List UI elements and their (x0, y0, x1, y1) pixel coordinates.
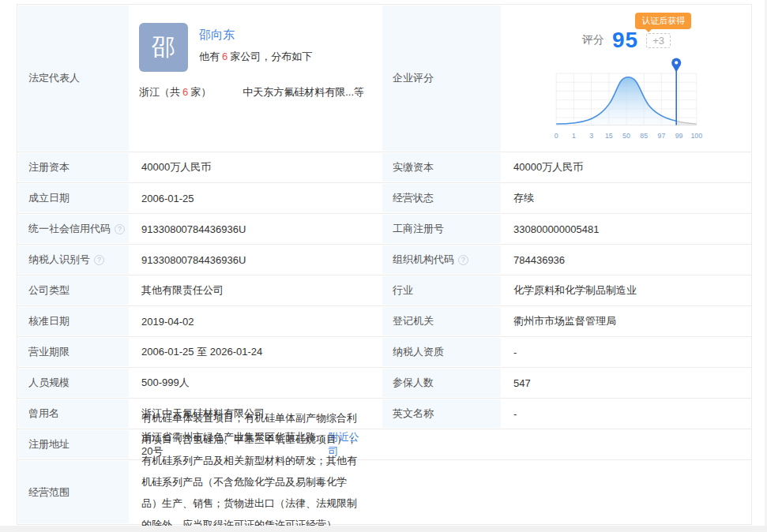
field-label-registered-capital: 注册资本 (17, 152, 130, 182)
field-label-english-name: 英文名称 (382, 399, 502, 429)
legal-representative-avatar[interactable]: 邵 (139, 23, 188, 72)
field-label-unified-social-credit-code: 统一社会信用代码? (17, 214, 130, 244)
field-label-registration-authority: 登记机关 (382, 306, 502, 336)
table-row: 公司类型 其他有限责任公司 行业 化学原料和化学制品制造业 (17, 275, 751, 305)
table-row: 注册资本 40000万人民币 实缴资本 40000万人民币 (17, 152, 751, 182)
field-value-industry: 化学原料和化学制品制造业 (502, 275, 751, 305)
score-marker-pin (671, 58, 681, 125)
score-distribution-chart: 0 1 3 15 50 85 97 99 100 (547, 54, 705, 147)
company-count-number: 6 (222, 51, 227, 62)
field-value-establishment-date: 2006-01-25 (130, 183, 382, 213)
field-label-registered-address: 注册地址 (17, 429, 130, 459)
region-distribution: 浙江（共6家） (139, 85, 211, 99)
field-value-unified-social-credit-code: 91330800784436936U (130, 214, 382, 244)
field-value-business-registration-number: 330800000005481 (502, 214, 751, 244)
table-row: 纳税人识别号? 91330800784436936U 组织机构代码? 78443… (17, 244, 751, 275)
help-icon[interactable]: ? (458, 255, 468, 265)
table-row: 法定代表人 邵 邵向东 他有6家公司，分布如下 浙江（共6家） 中天东方氟硅材料… (17, 5, 751, 152)
field-label-business-registration-number: 工商注册号 (382, 214, 502, 244)
svg-text:99: 99 (675, 132, 683, 140)
field-label-establishment-date: 成立日期 (17, 183, 130, 213)
page-bottom-divider (0, 526, 767, 532)
field-label-taxpayer-id: 纳税人识别号? (17, 245, 130, 275)
field-value-registration-authority: 衢州市市场监督管理局 (502, 306, 751, 336)
field-value-company-type: 其他有限责任公司 (130, 275, 382, 305)
svg-text:50: 50 (622, 132, 630, 140)
field-value-operating-status: 存续 (502, 183, 751, 213)
svg-text:100: 100 (690, 132, 702, 140)
field-value-english-name: - (502, 399, 751, 429)
svg-text:85: 85 (640, 132, 648, 140)
field-label-business-scope: 经营范围 (17, 460, 130, 524)
svg-text:97: 97 (658, 132, 666, 140)
field-label-legal-representative: 法定代表人 (17, 5, 130, 152)
score-header: 评分 95 +3 认证后获得 (502, 28, 751, 52)
field-value-insured-staff-count: 547 (502, 368, 751, 398)
field-value-paid-in-capital: 40000万人民币 (502, 152, 751, 182)
help-icon[interactable]: ? (94, 255, 104, 265)
table-row: 成立日期 2006-01-25 经营状态 存续 (17, 182, 751, 213)
field-label-industry: 行业 (382, 275, 502, 305)
field-label-operating-status: 经营状态 (382, 183, 502, 213)
help-icon[interactable]: ? (115, 224, 125, 234)
svg-text:3: 3 (589, 132, 593, 140)
field-value-business-scope: 有机硅单体装置项目；有机硅单体副产物综合利用项目（含氢硅油、甲基三甲氧基硅烷项目… (130, 460, 382, 524)
svg-text:15: 15 (605, 132, 613, 140)
field-label-staff-size: 人员规模 (17, 368, 130, 398)
svg-text:1: 1 (572, 132, 576, 140)
svg-text:0: 0 (555, 132, 558, 140)
related-company-list: 中天东方氟硅材料有限...等 (243, 85, 364, 99)
legal-representative-name-link[interactable]: 邵向东 (199, 28, 235, 43)
field-label-approval-date: 核准日期 (17, 306, 130, 336)
field-label-business-term: 营业期限 (17, 337, 130, 367)
field-label-former-name: 曾用名 (17, 399, 130, 429)
field-label-taxpayer-qualification: 纳税人资质 (382, 337, 502, 367)
certification-tooltip-badge[interactable]: 认证后获得 (635, 13, 691, 29)
field-label-paid-in-capital: 实缴资本 (382, 152, 502, 182)
company-info-page: 法定代表人 邵 邵向东 他有6家公司，分布如下 浙江（共6家） 中天东方氟硅材料… (0, 0, 767, 532)
field-label-company-type: 公司类型 (17, 275, 130, 305)
legal-representative-company-count: 他有6家公司，分布如下 (199, 50, 312, 64)
field-value-approval-date: 2019-04-02 (130, 306, 382, 336)
table-row: 统一社会信用代码? 91330800784436936U 工商注册号 33080… (17, 213, 751, 244)
legal-representative-value: 邵 邵向东 他有6家公司，分布如下 浙江（共6家） 中天东方氟硅材料有限...等 (130, 5, 382, 152)
field-value-registered-capital: 40000万人民币 (130, 152, 382, 182)
table-row: 经营范围 有机硅单体装置项目；有机硅单体副产物综合利用项目（含氢硅油、甲基三甲氧… (17, 459, 751, 524)
enterprise-score-value: 评分 95 +3 认证后获得 (502, 5, 751, 152)
field-label-organization-code: 组织机构代码? (382, 245, 502, 275)
table-row: 核准日期 2019-04-02 登记机关 衢州市市场监督管理局 (17, 305, 751, 336)
table-row: 人员规模 500-999人 参保人数 547 (17, 367, 751, 398)
chart-x-axis-ticks: 0 1 3 15 50 85 97 99 100 (555, 132, 702, 140)
table-row: 曾用名 浙江中天氟硅材料有限公司 英文名称 - (17, 398, 751, 429)
field-label-insured-staff-count: 参保人数 (382, 368, 502, 398)
legal-representative-card: 邵 邵向东 他有6家公司，分布如下 (139, 23, 382, 72)
score-word: 评分 (582, 33, 604, 47)
field-value-taxpayer-id: 91330800784436936U (130, 245, 382, 275)
score-number: 95 (612, 28, 638, 53)
field-label-enterprise-score: 企业评分 (382, 5, 502, 152)
region-count-number: 6 (182, 86, 188, 98)
field-value-staff-size: 500-999人 (130, 368, 382, 398)
table-row: 注册地址 浙江省衢州市绿色产业集聚区华荫北路20号 附近公司 (17, 429, 751, 459)
field-value-taxpayer-qualification: - (502, 337, 751, 367)
table-row: 营业期限 2006-01-25 至 2026-01-24 纳税人资质 - (17, 336, 751, 367)
field-value-business-term: 2006-01-25 至 2026-01-24 (130, 337, 382, 367)
company-info-table: 法定代表人 邵 邵向东 他有6家公司，分布如下 浙江（共6家） 中天东方氟硅材料… (17, 4, 752, 525)
distribution-area-left (556, 77, 697, 126)
legal-representative-region-line: 浙江（共6家） 中天东方氟硅材料有限...等 (139, 85, 382, 99)
field-value-organization-code: 784436936 (502, 245, 751, 275)
